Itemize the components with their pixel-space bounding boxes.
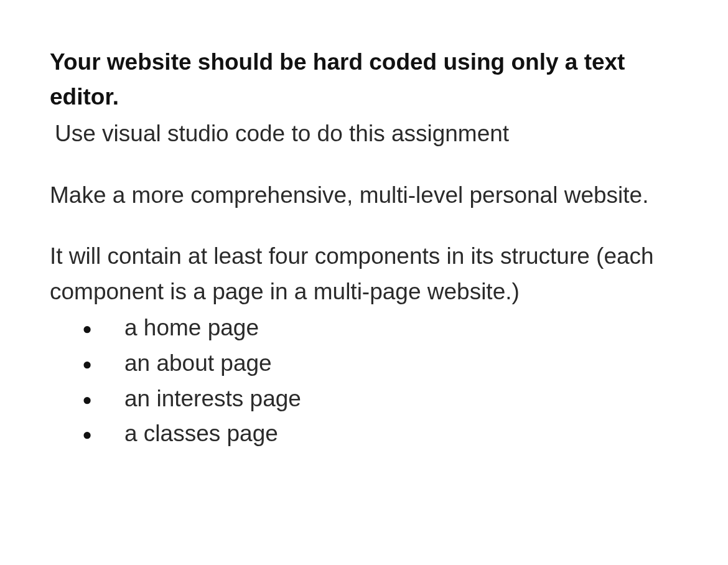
list-item-text: a home page xyxy=(124,311,259,346)
list-item: ● a classes page xyxy=(50,416,678,452)
list-item: ● a home page xyxy=(50,311,678,346)
instruction-paragraph-2: It will contain at least four components… xyxy=(50,239,678,309)
list-item: ● an about page xyxy=(50,346,678,381)
instruction-paragraph-1: Make a more comprehensive, multi-level p… xyxy=(50,178,678,213)
instruction-heading: Your website should be hard coded using … xyxy=(50,45,678,114)
bullet-icon: ● xyxy=(50,391,124,408)
bullet-icon: ● xyxy=(50,320,124,337)
list-item-text: an about page xyxy=(124,346,272,381)
bullet-icon: ● xyxy=(50,426,124,442)
list-item: ● an interests page xyxy=(50,381,678,417)
bullet-icon: ● xyxy=(50,356,124,372)
instruction-subline: Use visual studio code to do this assign… xyxy=(50,116,678,152)
components-list: ● a home page ● an about page ● an inter… xyxy=(50,311,678,451)
list-item-text: a classes page xyxy=(124,416,278,452)
list-item-text: an interests page xyxy=(124,381,301,417)
